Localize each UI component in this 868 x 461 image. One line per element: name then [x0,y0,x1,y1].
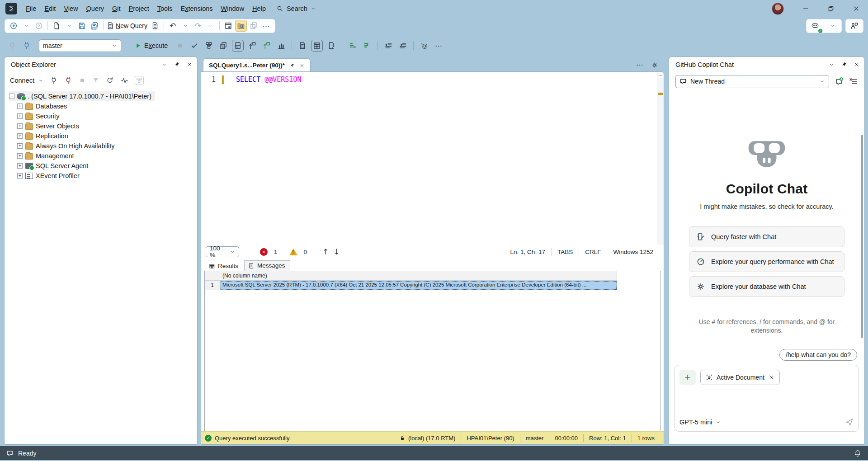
expander-icon[interactable] [17,103,23,109]
toggle-results-pane-button[interactable] [232,40,244,52]
results-to-file-button[interactable] [326,40,337,52]
open-query-file-button[interactable] [149,20,161,32]
pin-tab-icon[interactable] [289,63,295,68]
undo-dropdown[interactable] [179,20,191,32]
send-message-button[interactable] [845,418,854,427]
menu-extensions[interactable]: Extensions [177,3,217,14]
menu-tools[interactable]: Tools [153,3,177,14]
expander-icon[interactable] [17,153,23,159]
results-to-text-button[interactable] [297,40,308,52]
menu-view[interactable]: View [60,3,82,14]
expander-icon[interactable] [17,163,23,169]
messages-tab[interactable]: Messages [244,260,290,271]
results-grid[interactable]: (No column name) 1 Microsoft SQL Server … [204,271,660,431]
redo-dropdown[interactable] [205,20,217,32]
cancel-query-button[interactable] [174,40,186,52]
copy-button[interactable] [248,20,259,32]
split-editor-handle[interactable] [658,73,663,78]
new-thread-button[interactable] [835,77,844,86]
tab-overflow-button[interactable]: ⋯ [636,61,644,69]
expander-icon[interactable] [17,113,23,119]
help-suggestion-chip[interactable]: /help what can you do? [779,349,857,361]
diagram-icon[interactable] [135,76,144,85]
toolbar2-overflow-button[interactable]: ⋯ [433,40,444,52]
expander-icon[interactable] [17,173,23,179]
query-performance-button[interactable]: Explore your query performance with Chat [689,251,844,272]
grid-corner-cell[interactable] [205,271,220,281]
expander-icon[interactable] [17,123,23,129]
tree-node-databases[interactable]: Databases [9,101,195,111]
disconnect-server-icon[interactable] [64,76,72,85]
close-tab-icon[interactable] [299,63,305,68]
remove-context-icon[interactable] [768,374,774,381]
decrease-indent-button[interactable] [382,40,394,52]
copilot-scrollbar[interactable] [861,135,863,338]
connect-server-icon[interactable] [50,76,58,85]
next-issue-button[interactable]: ↓ [333,247,340,256]
connect-dropdown[interactable]: Connect [10,77,43,84]
new-file-button[interactable] [51,20,62,32]
database-combobox[interactable]: master [39,39,121,52]
grid-column-header[interactable]: (No column name) [220,271,617,281]
model-selector[interactable]: GPT-5 mini [679,419,721,426]
copilot-dropdown[interactable] [827,20,839,32]
editor-scrollbar[interactable] [657,72,664,245]
query-options-button[interactable] [217,40,229,52]
redo-button[interactable]: ↷ [192,20,204,32]
save-button[interactable] [76,20,88,32]
grid-row[interactable]: 1 Microsoft SQL Server 2025 (RTM) - 17.0… [205,281,660,290]
window-position-chevron-icon[interactable] [828,61,835,68]
tree-node-always-on[interactable]: Always On High Availability [9,141,195,151]
new-file-dropdown[interactable] [63,20,75,32]
save-all-button[interactable] [89,20,100,32]
tree-node-server[interactable]: . (SQL Server 17.0.1000.7 - HPAI01\Peter… [9,91,155,101]
stop-icon[interactable] [79,77,86,84]
results-tab[interactable]: Results [205,261,243,271]
close-button[interactable] [853,5,860,12]
menu-window[interactable]: Window [217,3,249,14]
comment-selection-button[interactable] [347,40,359,52]
line-ending-mode[interactable]: CRLF [579,248,607,256]
grid-cell-value[interactable]: Microsoft SQL Server 2025 (RTM) - 17.0.1… [220,281,617,290]
chat-input-box[interactable]: + Active Document GPT-5 mini [675,365,859,432]
uncomment-selection-button[interactable] [361,40,373,52]
menu-file[interactable]: File [22,3,40,14]
tab-settings-gear-icon[interactable] [651,61,658,69]
encoding[interactable]: Windows 1252 [607,248,659,256]
notifications-bell-icon[interactable] [854,449,862,457]
navigate-back-dropdown[interactable] [20,20,32,32]
display-estimated-plan-button[interactable] [246,40,258,52]
add-context-button[interactable]: + [679,370,696,385]
navigate-forward-button[interactable] [33,20,45,32]
zoom-combobox[interactable]: 100 % [206,246,239,257]
user-avatar[interactable] [772,3,784,15]
code-editor[interactable]: 1 SELECT @@VERSION [201,72,664,245]
grid-row-number[interactable]: 1 [205,281,220,290]
connect-icon[interactable] [6,40,18,52]
filter-icon[interactable] [92,77,99,84]
include-client-statistics-button[interactable] [275,40,287,52]
expander-icon[interactable] [17,133,23,139]
pin-icon[interactable] [841,61,847,68]
results-to-grid-button[interactable] [311,40,323,52]
execute-button[interactable]: Execute [131,39,171,52]
copilot-status-button[interactable]: ✓ [809,20,821,32]
indentation-mode[interactable]: TABS [551,248,579,256]
caret-position[interactable]: Ln: 1, Ch: 17 [505,248,551,256]
tree-node-replication[interactable]: Replication [9,131,195,141]
specify-values-button[interactable] [203,40,215,52]
parse-button[interactable] [189,40,200,52]
toolbar-overflow-button[interactable]: ⋯ [260,20,272,32]
minimize-button[interactable] [802,5,809,12]
menu-project[interactable]: Project [125,3,153,14]
tree-node-sql-server-agent[interactable]: SQL Server Agent [9,161,195,171]
active-document-chip[interactable]: Active Document [700,370,780,385]
error-icon[interactable]: × [260,248,268,256]
delete-thread-button[interactable] [849,77,858,86]
search-box[interactable]: Search [276,5,316,12]
expander-icon[interactable] [9,94,14,99]
find-in-files-button[interactable] [235,20,247,32]
pin-icon[interactable] [174,61,180,68]
tree-node-server-objects[interactable]: Server Objects [9,121,195,131]
activity-monitor-icon[interactable] [120,76,128,85]
